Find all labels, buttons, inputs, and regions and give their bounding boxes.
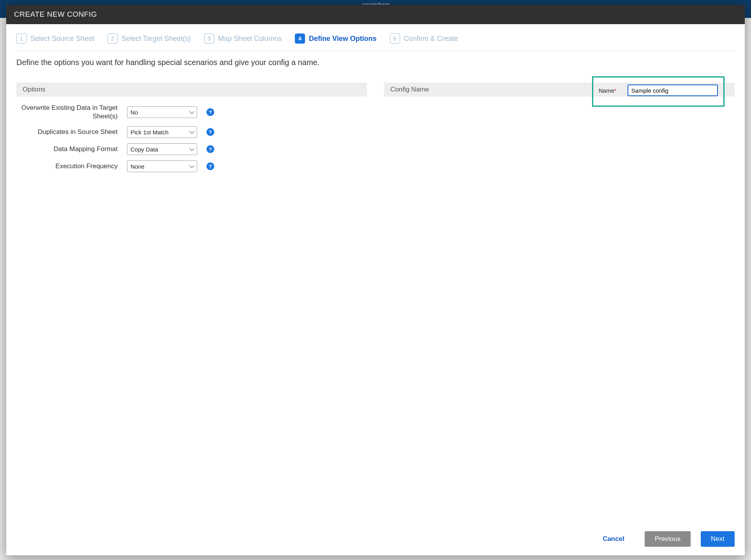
- option-frequency-label: Execution Frequency: [20, 162, 118, 171]
- step-select-target[interactable]: 2 Select Target Sheet(s): [108, 33, 191, 44]
- help-icon[interactable]: ?: [206, 128, 214, 136]
- option-duplicates-row: Duplicates in Source Sheet Pick 1st Matc…: [20, 126, 363, 138]
- option-overwrite-select[interactable]: No: [127, 106, 197, 118]
- previous-button[interactable]: Previous: [645, 531, 691, 547]
- option-mapping-format-row: Data Mapping Format Copy Data ?: [20, 143, 363, 155]
- step-select-source[interactable]: 1 Select Source Sheet: [16, 33, 94, 44]
- help-icon[interactable]: ?: [206, 108, 214, 116]
- step-number: 3: [204, 33, 214, 44]
- required-indicator: *: [614, 87, 617, 94]
- option-frequency-select[interactable]: None: [127, 160, 197, 172]
- option-frequency-value: None: [130, 163, 145, 170]
- help-icon[interactable]: ?: [206, 145, 214, 153]
- step-label: Define View Options: [309, 35, 377, 43]
- content-columns: Options Overwrite Existing Data in Targe…: [16, 83, 735, 178]
- modal-title: CREATE NEW CONFIG: [6, 5, 745, 24]
- options-body: Overwrite Existing Data in Target Sheet(…: [16, 97, 367, 172]
- option-duplicates-select[interactable]: Pick 1st Match: [127, 126, 197, 138]
- config-name-wrap: Config Name Name*: [384, 83, 735, 97]
- step-label: Select Source Sheet: [30, 35, 94, 43]
- option-overwrite-row: Overwrite Existing Data in Target Sheet(…: [20, 104, 363, 121]
- modal-body: 1 Select Source Sheet 2 Select Target Sh…: [6, 24, 745, 524]
- option-mapping-format-label: Data Mapping Format: [20, 145, 118, 153]
- option-mapping-format-value: Copy Data: [130, 146, 158, 153]
- option-duplicates-label: Duplicates in Source Sheet: [20, 128, 118, 136]
- modal-footer: Cancel Previous Next: [6, 524, 745, 555]
- step-number: 5: [390, 33, 400, 44]
- config-name-input[interactable]: [628, 85, 718, 96]
- next-button[interactable]: Next: [701, 531, 735, 547]
- step-map-columns[interactable]: 3 Map Sheet Columns: [204, 33, 282, 44]
- create-config-modal: CREATE NEW CONFIG 1 Select Source Sheet …: [6, 5, 745, 555]
- step-instructions: Define the options you want for handling…: [16, 58, 735, 67]
- option-frequency-row: Execution Frequency None ?: [20, 160, 363, 172]
- option-overwrite-label: Overwrite Existing Data in Target Sheet(…: [20, 104, 118, 121]
- options-panel: Options Overwrite Existing Data in Targe…: [16, 83, 367, 178]
- step-label: Confirm & Create: [404, 35, 458, 43]
- cancel-button[interactable]: Cancel: [592, 531, 635, 547]
- config-name-label: Name*: [599, 87, 617, 94]
- options-heading: Options: [16, 83, 367, 97]
- help-icon[interactable]: ?: [206, 162, 214, 170]
- config-name-row: Name*: [599, 85, 718, 96]
- step-number: 4: [295, 33, 305, 44]
- config-name-highlight: Name*: [592, 76, 725, 107]
- option-duplicates-value: Pick 1st Match: [130, 129, 169, 136]
- step-define-view-options[interactable]: 4 Define View Options: [295, 33, 377, 44]
- step-confirm-create[interactable]: 5 Confirm & Create: [390, 33, 458, 44]
- step-label: Map Sheet Columns: [218, 35, 282, 43]
- step-label: Select Target Sheet(s): [122, 35, 191, 43]
- config-name-panel: Config Name Name*: [384, 83, 735, 178]
- step-number: 2: [108, 33, 118, 44]
- option-overwrite-value: No: [130, 109, 138, 116]
- config-name-label-text: Name: [599, 87, 614, 94]
- wizard-stepper: 1 Select Source Sheet 2 Select Target Sh…: [16, 33, 735, 51]
- step-number: 1: [16, 33, 26, 44]
- option-mapping-format-select[interactable]: Copy Data: [127, 143, 197, 155]
